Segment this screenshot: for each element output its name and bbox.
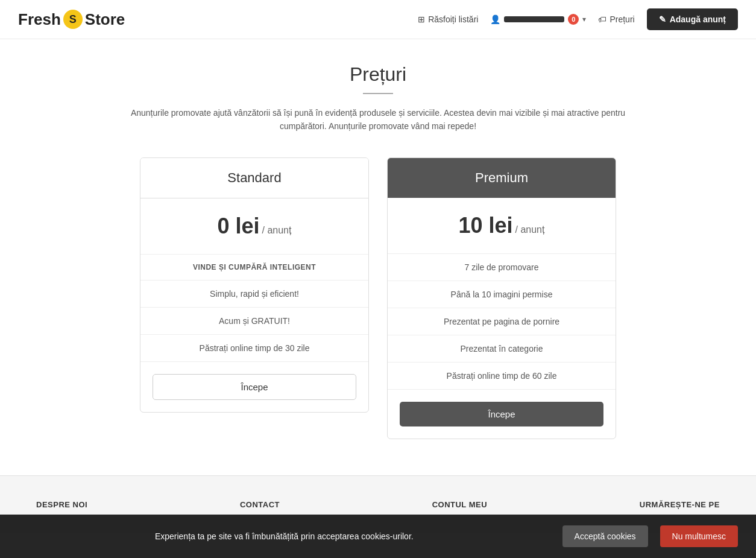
add-listing-label: Adaugă anunț — [670, 14, 726, 24]
tag-icon: 🏷 — [598, 14, 606, 24]
decline-cookies-button[interactable]: Nu multumesc — [660, 525, 738, 533]
standard-price-section: 0 lei / anunț — [140, 198, 368, 255]
premium-card-action: Începe — [388, 389, 616, 439]
logo-fresh: Fresh — [18, 10, 61, 29]
standard-feature-1: VINDE ȘI CUMPĂRĂ INTELIGENT — [140, 255, 368, 281]
premium-feature-3: Prezentat pe pagina de pornire — [388, 308, 616, 335]
standard-features: VINDE ȘI CUMPĂRĂ INTELIGENT Simplu, rapi… — [140, 255, 368, 361]
premium-price-section: 10 lei / anunț — [388, 198, 616, 254]
prices-link[interactable]: 🏷 Prețuri — [598, 14, 634, 24]
footer-columns: DESPRE NOI CONTACT CONTUL MEU URMĂREȘTE-… — [36, 500, 720, 509]
premium-feature-4: Prezentat în categorie — [388, 335, 616, 363]
premium-price-amount: 10 lei — [459, 213, 513, 238]
premium-feature-2: Până la 10 imagini permise — [388, 281, 616, 308]
browse-label: Răsfoiți listări — [428, 14, 478, 24]
cookie-banner: Experiența ta pe site va fi îmbunătățită… — [0, 515, 756, 533]
premium-feature-1: 7 zile de promovare — [388, 254, 616, 281]
pricing-container: Standard 0 lei / anunț VINDE ȘI CUMPĂRĂ … — [58, 157, 698, 439]
page-description: Anunțurile promovate ajută vânzătorii să… — [107, 106, 649, 133]
footer-col-social: URMĂREȘTE-NE PE — [640, 500, 720, 509]
standard-title: Standard — [153, 170, 356, 186]
standard-price-amount: 0 lei — [218, 214, 260, 238]
footer-contact-title: CONTACT — [240, 500, 280, 509]
accept-cookies-button[interactable]: Acceptă cookies — [562, 525, 648, 533]
premium-features: 7 zile de promovare Până la 10 imagini p… — [388, 254, 616, 389]
title-divider — [363, 93, 393, 94]
user-area[interactable]: 👤 0 ▾ — [490, 14, 586, 25]
premium-price-unit: / anunț — [515, 224, 545, 235]
footer-about-title: DESPRE NOI — [36, 500, 87, 509]
browse-listings-link[interactable]: ⊞ Răsfoiți listări — [418, 14, 478, 24]
logo[interactable]: Fresh S Store — [18, 10, 125, 29]
grid-icon: ⊞ — [418, 14, 425, 24]
premium-start-button[interactable]: Începe — [400, 402, 603, 426]
logo-store: Store — [85, 10, 125, 29]
cart-badge: 0 — [568, 14, 579, 25]
standard-feature-2: Simplu, rapid și eficient! — [140, 281, 368, 308]
main-content: Prețuri Anunțurile promovate ajută vânză… — [46, 39, 710, 475]
standard-feature-3: Acum și GRATUIT! — [140, 308, 368, 335]
cookie-text: Experiența ta pe site va fi îmbunătățită… — [18, 531, 550, 533]
footer-col-about: DESPRE NOI — [36, 500, 87, 509]
footer-col-account: CONTUL MEU — [432, 500, 487, 509]
header: Fresh S Store ⊞ Răsfoiți listări 👤 0 ▾ 🏷… — [0, 0, 756, 39]
premium-title: Premium — [400, 170, 603, 186]
add-listing-button[interactable]: ✎ Adaugă anunț — [647, 8, 738, 30]
standard-feature-4: Păstrați online timp de 30 zile — [140, 335, 368, 361]
chevron-down-icon: ▾ — [582, 15, 586, 24]
nav-right: ⊞ Răsfoiți listări 👤 0 ▾ 🏷 Prețuri ✎ Ada… — [418, 8, 738, 30]
user-avatar-icon: 👤 — [490, 14, 500, 24]
standard-price-unit: / anunț — [262, 225, 292, 235]
footer-social-title: URMĂREȘTE-NE PE — [640, 500, 720, 509]
edit-icon: ✎ — [659, 14, 666, 24]
standard-card-header: Standard — [140, 158, 368, 198]
logo-icon: S — [63, 10, 83, 29]
footer-account-title: CONTUL MEU — [432, 500, 487, 509]
footer-col-contact: CONTACT — [240, 500, 280, 509]
standard-start-button[interactable]: Începe — [153, 374, 356, 400]
premium-card: Premium 10 lei / anunț 7 zile de promova… — [387, 157, 616, 439]
page-title-section: Prețuri Anunțurile promovate ajută vânză… — [58, 63, 698, 133]
prices-label: Prețuri — [610, 14, 634, 24]
standard-card-action: Începe — [140, 361, 368, 412]
user-name-bar — [504, 16, 564, 22]
premium-card-header: Premium — [388, 158, 616, 198]
standard-card: Standard 0 lei / anunț VINDE ȘI CUMPĂRĂ … — [140, 157, 369, 413]
page-title: Prețuri — [58, 63, 698, 86]
premium-feature-5: Păstrați online timp de 60 zile — [388, 363, 616, 389]
